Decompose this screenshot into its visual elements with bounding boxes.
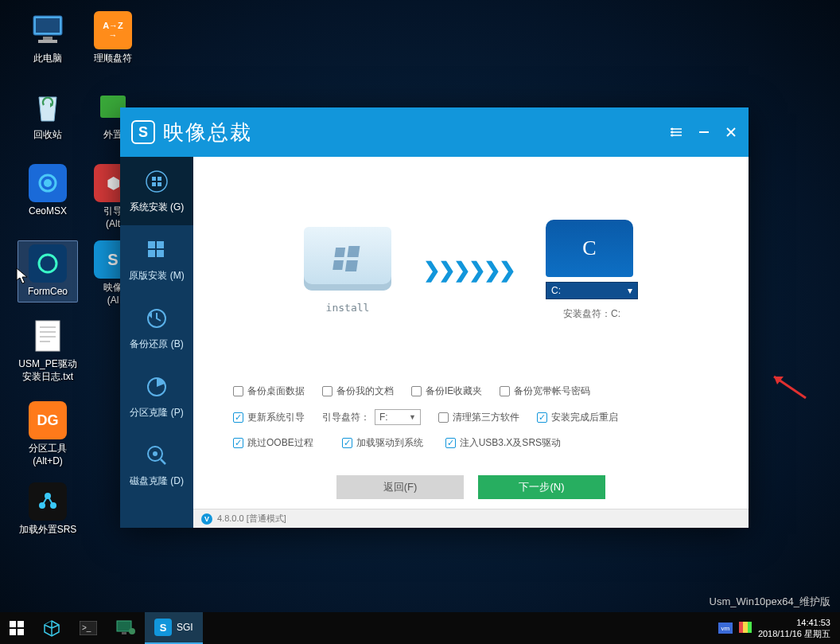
srs-icon [29, 482, 67, 521]
svg-rect-34 [157, 250, 164, 257]
svg-rect-7 [36, 321, 60, 351]
taskbar-item-terminal[interactable]: >_ [70, 612, 107, 644]
formceo-icon [29, 244, 67, 283]
clock-time: 14:41:53 [758, 617, 830, 628]
desktop-icon-txt[interactable]: USM_PE驱动 安装日志.txt [18, 317, 78, 383]
svg-rect-33 [148, 250, 155, 257]
chk-backup-docs[interactable]: 备份我的文档 [322, 384, 394, 398]
desktop-icon-ceomsx[interactable]: CeoMSX [18, 164, 78, 218]
svg-line-39 [161, 459, 165, 464]
tray-icon-vm[interactable]: vm [718, 623, 733, 634]
options-panel: 备份桌面数据 备份我的文档 备份IE收藏夹 备份宽带帐号密码 更新系统引导 引导… [193, 375, 749, 467]
svg-rect-1 [36, 18, 60, 33]
taskbar-item-sgi[interactable]: S SGI [145, 612, 203, 644]
taskbar-app-label: SGI [177, 622, 193, 633]
svg-rect-43 [18, 629, 24, 635]
svg-point-38 [153, 451, 158, 456]
chevron-down-icon: ▾ [628, 285, 632, 296]
sidebar-item-partition-clone[interactable]: 分区克隆 (P) [120, 362, 193, 431]
drive-select-value: C: [551, 285, 561, 296]
svg-rect-28 [158, 177, 161, 181]
sidebar-item-label: 系统安装 (G) [130, 201, 185, 214]
chk-inject-usb3[interactable]: 注入USB3.X及SRS驱动 [445, 436, 561, 450]
drive-select[interactable]: C: ▾ [546, 282, 638, 299]
minimize-button[interactable] [698, 126, 710, 139]
menu-icon[interactable] [671, 126, 683, 139]
install-label: install [304, 302, 391, 314]
svg-point-26 [146, 171, 167, 192]
sidebar-item-label: 原版安装 (M) [129, 269, 184, 283]
drive-icon: C [546, 220, 633, 277]
boot-drive-select[interactable]: F:▼ [375, 409, 421, 425]
svg-rect-50 [743, 622, 748, 633]
app-window: S 映像总裁 系统安装 (G) 原版安装 (M) 备份还原 (B) [120, 107, 749, 528]
svg-rect-32 [157, 241, 164, 248]
chk-reboot-after[interactable]: 安装完成后重启 [537, 411, 618, 424]
install-disk-icon [304, 227, 391, 291]
taskbar-item-monitor[interactable] [107, 612, 145, 644]
system-tray: vm 14:41:53 2018/11/16 星期五 [718, 617, 840, 640]
svg-point-22 [671, 135, 674, 137]
desktop-icon-sort-drives[interactable]: A→Z→ 理顺盘符 [83, 11, 143, 65]
chevron-down-icon: ▼ [409, 413, 416, 421]
sidebar-item-original-install[interactable]: 原版安装 (M) [120, 225, 193, 294]
taskbar-item-cube[interactable] [33, 612, 70, 644]
source-install: install [304, 227, 391, 314]
svg-point-21 [671, 131, 674, 134]
chk-clean-3rdparty[interactable]: 清理第三方软件 [438, 411, 519, 424]
sgi-icon: S [154, 619, 172, 636]
taskbar-clock[interactable]: 14:41:53 2018/11/16 星期五 [758, 617, 830, 640]
app-title: 映像总裁 [163, 119, 252, 146]
target-drive: C C: ▾ 安装盘符：C: [546, 220, 638, 321]
drive-letter: C [582, 236, 596, 260]
desktop-icon-recycle[interactable]: 回收站 [18, 88, 78, 142]
desktop-icon-partition[interactable]: DG 分区工具 (Alt+D) [18, 401, 78, 467]
app-logo: S 映像总裁 [131, 119, 252, 146]
restore-icon [144, 306, 169, 331]
chk-backup-desktop[interactable]: 备份桌面数据 [233, 384, 305, 398]
sidebar-item-label: 备份还原 (B) [130, 338, 183, 351]
chk-backup-broadband[interactable]: 备份宽带帐号密码 [500, 384, 590, 398]
svg-point-6 [39, 255, 56, 272]
chk-backup-ie[interactable]: 备份IE收藏夹 [411, 384, 482, 398]
tray-icon-flag[interactable] [739, 622, 752, 634]
version-text: 4.8.0.0 [普通模式] [217, 513, 286, 525]
taskbar: >_ S SGI vm 14:41:53 2018/11/16 星期五 [0, 612, 840, 644]
next-button[interactable]: 下一步(N) [478, 475, 605, 499]
close-button[interactable] [725, 126, 737, 139]
svg-text:>_: >_ [82, 623, 91, 632]
svg-rect-3 [38, 40, 57, 43]
windows-icon [144, 169, 169, 194]
chk-load-drivers[interactable]: 加载驱动到系统 [342, 436, 423, 450]
sidebar-item-label: 分区克隆 (P) [130, 406, 183, 420]
start-button[interactable] [0, 612, 33, 644]
version-badge-icon: V [201, 513, 212, 525]
desktop-icon-formceo[interactable]: FormCeo [18, 240, 78, 302]
pie-icon [144, 374, 169, 400]
chk-update-boot[interactable]: 更新系统引导 [233, 411, 305, 424]
disk-search-icon [144, 443, 169, 468]
back-button[interactable]: 返回(F) [336, 475, 464, 499]
svg-point-20 [671, 128, 674, 131]
partition-icon: DG [29, 401, 67, 439]
boot-drive-label: 引导盘符： [322, 411, 370, 424]
svg-rect-46 [117, 621, 131, 631]
svg-rect-27 [152, 177, 156, 181]
svg-rect-42 [10, 629, 16, 635]
desktop-icon-this-pc[interactable]: 此电脑 [18, 11, 78, 65]
sidebar-item-backup-restore[interactable]: 备份还原 (B) [120, 294, 193, 362]
svg-rect-29 [152, 182, 156, 186]
sidebar-item-disk-clone[interactable]: 磁盘克隆 (D) [120, 431, 193, 499]
svg-point-48 [129, 628, 135, 634]
app-logo-icon: S [131, 120, 155, 144]
sidebar: 系统安装 (G) 原版安装 (M) 备份还原 (B) 分区克隆 (P) 磁盘克隆… [120, 157, 193, 528]
svg-rect-40 [10, 621, 16, 627]
arrows-icon: ❯❯❯❯❯❯ [423, 258, 514, 283]
desktop-icon-srs[interactable]: 加载外置SRS [18, 482, 78, 537]
status-bar: V 4.8.0.0 [普通模式] [193, 509, 749, 528]
content-area: install ❯❯❯❯❯❯ C C: ▾ 安装盘符：C: 备份桌 [193, 157, 749, 528]
titlebar[interactable]: S 映像总裁 [120, 107, 749, 157]
svg-rect-41 [18, 621, 24, 627]
sidebar-item-system-install[interactable]: 系统安装 (G) [120, 157, 193, 225]
chk-skip-oobe[interactable]: 跳过OOBE过程 [233, 436, 313, 450]
